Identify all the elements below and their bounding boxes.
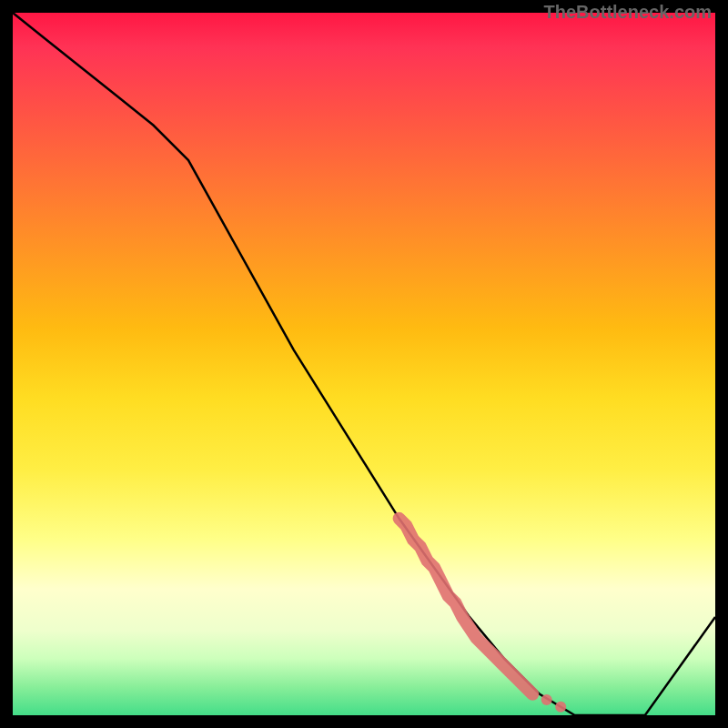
highlight-stroke [399,519,533,694]
highlight-dot [541,694,552,705]
highlight-dot [555,702,566,713]
chart-container: TheBottleneck.com [0,0,728,728]
line-series [13,13,715,715]
highlighted-points [399,519,567,713]
watermark-text: TheBottleneck.com [544,2,712,23]
chart-svg-overlay [0,0,728,728]
curve-path [13,13,715,715]
